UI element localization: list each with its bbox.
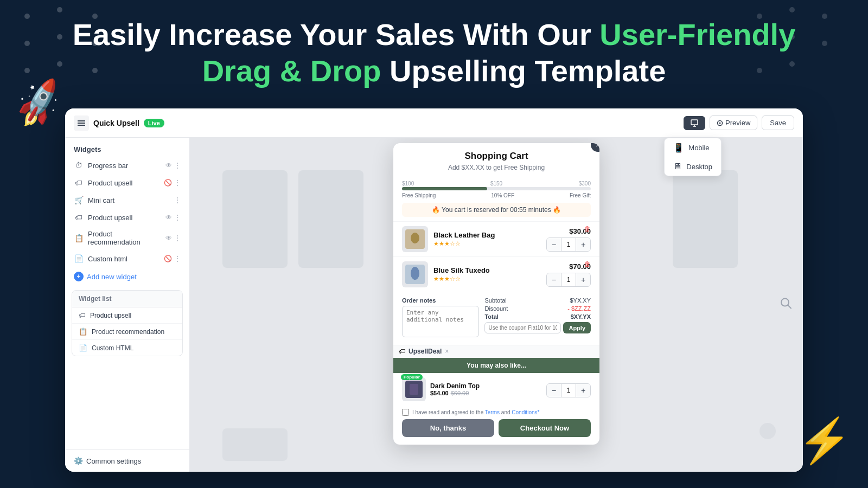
subtotal-label: Subtotal	[484, 297, 506, 304]
cart-actions: No, thanks Checkout Now	[393, 419, 599, 445]
delete-item-2-button[interactable]: 🗑	[584, 260, 591, 268]
coupon-row: Apply	[484, 322, 591, 333]
progress-bar-icon: ⏱	[74, 160, 84, 170]
widget-list-title: Widget list	[72, 291, 182, 307]
dots-icon[interactable]: ⋮	[174, 214, 181, 221]
cart-modal: × Shopping Cart Add $XX.XX to get Free S…	[393, 143, 599, 445]
upsell-old-price: $60.00	[451, 390, 469, 396]
live-badge: Live	[144, 119, 164, 127]
save-button[interactable]: Save	[762, 115, 794, 130]
slash-eye-icon[interactable]: 🚫	[164, 179, 172, 187]
sidebar-item-progress-bar[interactable]: ⏱ Progress bar 👁 ⋮	[65, 157, 189, 174]
eye-icon-3[interactable]: 👁	[165, 234, 172, 242]
cart-item-2: Blue Silk Tuxedo ★★★☆☆ $70.00 − 1 + 🗑	[393, 256, 599, 292]
svg-point-28	[411, 233, 419, 243]
sidebar-item-actions: 👁 ⋮	[165, 162, 181, 169]
eye-icon[interactable]: 👁	[165, 162, 172, 169]
sidebar-item-custom-html[interactable]: 📄 Custom html 🚫 ⋮	[65, 250, 189, 267]
conditions-link[interactable]: Conditions*	[512, 409, 539, 415]
cart-item-2-stars: ★★★☆☆	[433, 275, 541, 282]
progress-label-2: $150	[490, 181, 502, 187]
sidebar-item-label: Custom html	[88, 255, 159, 263]
wl-label: Custom HTML	[92, 344, 133, 352]
cart-progress-container: $100 $150 $300	[393, 181, 599, 190]
hero-line1: Easily Increase Your Sales With Our User…	[0, 16, 868, 53]
agreement-row: I have read and agreed to the Terms and …	[393, 406, 599, 419]
cart-item-2-qty-control[interactable]: − 1 +	[546, 273, 591, 287]
desktop-icon: 🖥	[673, 162, 682, 171]
order-notes-label: Order notes	[402, 297, 479, 304]
common-settings-button[interactable]: ⚙️ Common settings	[65, 450, 189, 472]
canvas-bg-item	[222, 170, 288, 268]
coupon-input[interactable]	[484, 322, 561, 333]
cart-timer: 🔥 You cart is reserved for 00:55 minutes…	[402, 203, 591, 217]
sidebar-item-actions: 🚫 ⋮	[164, 179, 181, 187]
desktop-view-button[interactable]	[684, 116, 705, 130]
sidebar-item-actions: 👁 ⋮	[165, 234, 181, 242]
top-bar: Quick Upsell Live Preview Save	[65, 108, 803, 138]
wl-custom-html-icon: 📄	[79, 344, 87, 352]
sidebar-item-label: Product upsell	[88, 179, 159, 187]
cart-item-1-qty-control[interactable]: − 1 +	[546, 237, 591, 252]
upsell-qty-increase[interactable]: +	[576, 384, 590, 397]
widget-list-item-product-upsell[interactable]: 🏷 Product upsell	[72, 307, 182, 324]
lightning-decoration: ⚡	[797, 415, 852, 466]
qty-increase-1[interactable]: +	[576, 238, 590, 251]
checkout-button[interactable]: Checkout Now	[499, 419, 591, 437]
slash-eye-icon-2[interactable]: 🚫	[164, 255, 172, 262]
wl-product-upsell-icon: 🏷	[79, 311, 86, 319]
milestone-1: Free Shipping	[402, 192, 436, 198]
eye-icon-2[interactable]: 👁	[165, 214, 172, 221]
menu-toggle-button[interactable]	[74, 115, 89, 131]
svg-rect-20	[691, 120, 698, 125]
upsell-item-image: Popular	[402, 377, 426, 401]
widget-list-item-recommendation[interactable]: 📋 Product recommendation	[72, 324, 182, 340]
order-notes-textarea[interactable]	[402, 306, 479, 337]
dots-icon[interactable]: ⋮	[174, 179, 181, 187]
apply-coupon-button[interactable]: Apply	[563, 322, 591, 333]
canvas-bg-item	[298, 170, 363, 268]
sidebar-item-product-upsell-1[interactable]: 🏷 Product upsell 🚫 ⋮	[65, 174, 189, 191]
hero-section: Easily Increase Your Sales With Our User…	[0, 16, 868, 89]
terms-link[interactable]: Terms	[485, 409, 500, 415]
svg-rect-18	[78, 123, 85, 124]
mobile-option[interactable]: 📱 Mobile	[665, 138, 721, 157]
widget-list-item-custom-html[interactable]: 📄 Custom HTML	[72, 340, 182, 356]
upsell-qty-decrease[interactable]: −	[547, 384, 561, 397]
svg-point-1	[57, 7, 62, 12]
cart-title: Shopping Cart	[402, 151, 591, 162]
milestone-2: 10% OFF	[491, 192, 514, 198]
dots-icon[interactable]: ⋮	[174, 255, 181, 262]
preview-button[interactable]: Preview	[710, 115, 757, 130]
dots-icon[interactable]: ⋮	[174, 196, 181, 204]
widget-list-panel: Widget list 🏷 Product upsell 📋 Product r…	[72, 290, 183, 356]
agreement-checkbox[interactable]	[402, 409, 409, 416]
device-dropdown: 📱 Mobile 🖥 Desktop	[664, 138, 722, 176]
desktop-option[interactable]: 🖥 Desktop	[665, 157, 721, 176]
sidebar-item-product-recommendation[interactable]: 📋 Product recommendation 👁 ⋮	[65, 226, 189, 250]
no-thanks-button[interactable]: No, thanks	[402, 419, 494, 437]
sidebar-item-product-upsell-2[interactable]: 🏷 Product upsell 👁 ⋮	[65, 209, 189, 226]
qty-increase-2[interactable]: +	[576, 273, 590, 286]
add-new-widget-button[interactable]: + Add new widget	[65, 267, 189, 286]
dots-icon[interactable]: ⋮	[174, 162, 181, 169]
canvas-bg-item	[222, 428, 288, 461]
hero-line1-white: Easily Increase Your Sales With Our	[73, 17, 600, 52]
dots-icon[interactable]: ⋮	[174, 234, 181, 242]
qty-decrease-2[interactable]: −	[547, 273, 561, 286]
coupon-remove-button[interactable]: ×	[445, 348, 449, 355]
qty-decrease-1[interactable]: −	[547, 238, 561, 251]
sidebar-item-actions: 🚫 ⋮	[164, 255, 181, 262]
canvas-search-icon[interactable]	[780, 298, 792, 312]
upsell-item-info: Dark Denim Top $54.00 $60.00	[430, 382, 542, 396]
upsell-header: You may also like...	[393, 358, 599, 373]
delete-item-1-button[interactable]: 🗑	[584, 225, 591, 233]
upsell-qty-control[interactable]: − 1 +	[546, 383, 591, 397]
total-label: Total	[484, 313, 498, 320]
progress-bar-fill	[402, 187, 487, 190]
upsell-item-name: Dark Denim Top	[430, 382, 542, 390]
app-name: Quick Upsell	[93, 119, 139, 127]
sidebar-item-mini-cart[interactable]: 🛒 Mini cart ⋮	[65, 191, 189, 209]
qty-value-2: 1	[561, 273, 576, 286]
sidebar-item-label: Mini cart	[88, 196, 170, 204]
